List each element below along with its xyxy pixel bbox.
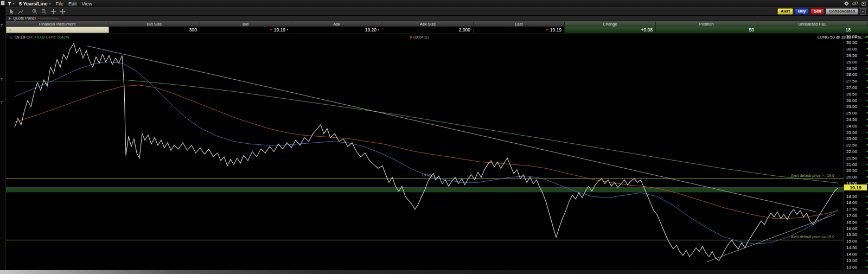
position-cell[interactable]: 50 [656, 27, 757, 33]
y-axis-label: 21.50 [844, 156, 868, 161]
y-axis-label: 24.50 [844, 117, 868, 122]
y-axis-label: 15.00 [844, 239, 868, 244]
link-group-icon[interactable] [852, 1, 858, 6]
y-axis-label: 29.50 [844, 53, 868, 58]
menu-file[interactable]: File [55, 1, 64, 7]
col-change[interactable]: Change [565, 22, 656, 27]
window-corner-icon[interactable] [1, 1, 5, 5]
price-annotation: 19.91 [422, 173, 432, 177]
timeframe-label: 5 Years/Line [19, 1, 47, 7]
series-ma-mid-orange [15, 85, 838, 219]
col-bid[interactable]: Bid [200, 22, 291, 27]
chart-clock: 09:04:01 [410, 35, 429, 40]
consolidated-dropdown-icon[interactable]: ▼ [860, 8, 866, 15]
time-marker-icon [410, 36, 412, 38]
y-axis-label: 18.00 [844, 200, 868, 205]
col-ask-size[interactable]: Ask Size [382, 22, 474, 27]
change-cell[interactable]: +0.08 [565, 27, 656, 33]
price-axis[interactable]: 31.0030.5030.0029.5029.0028.5028.0027.50… [844, 34, 868, 274]
y-axis-label: 15.50 [844, 232, 868, 237]
timeframe-dropdown[interactable]: 5 Years/Line ▼ [19, 1, 51, 7]
strip-tab-t2[interactable]: T [1, 78, 3, 81]
y-axis-label: 22.50 [844, 143, 868, 148]
bid-value: 19.19 [274, 27, 285, 33]
add-annotation-icon[interactable] [50, 8, 57, 15]
symbol-label: T [8, 1, 11, 7]
price-chart[interactable]: 31.0030.5030.0029.5029.0028.5028.0027.50… [6, 34, 868, 274]
menu-edit[interactable]: Edit [68, 1, 78, 7]
panel-divider [38, 18, 59, 18]
collapse-panel-icon[interactable] [9, 17, 11, 20]
instrument-cell[interactable]: T [6, 27, 109, 33]
ask-cell[interactable]: 19.20 [291, 27, 382, 33]
chart-canvas[interactable] [6, 34, 844, 274]
symbol-dropdown[interactable]: T ▼ [8, 1, 15, 7]
col-financial-instrument[interactable]: Financial Instrument [6, 22, 109, 27]
change-value-text: +0.08 [34, 35, 44, 40]
zoom-out-icon[interactable] [41, 8, 48, 15]
chevron-down-icon: ▼ [48, 2, 51, 5]
position-text: LONG 50 @ 18.827 [818, 35, 853, 40]
alert-line-label: Alert default price >= 19.6 [791, 174, 834, 177]
y-axis-label: 29.00 [844, 60, 868, 65]
y-axis-label: 25.00 [844, 111, 868, 116]
unrealized-pnl-cell[interactable]: 18 [757, 27, 868, 33]
last-price-badge: 19.19 [844, 184, 867, 190]
gear-icon[interactable] [844, 1, 849, 6]
y-axis-label: 22.00 [844, 149, 868, 154]
ask-size-cell[interactable]: 2,000 [382, 27, 474, 33]
last-price-text: 19.19 [15, 35, 25, 40]
col-bid-size[interactable]: Bid Size [109, 22, 200, 27]
quote-panel-header[interactable]: Quote Panel [6, 16, 868, 21]
pan-tool-icon[interactable] [59, 8, 66, 15]
ask-value: 19.20 [365, 27, 376, 33]
chart-title-bar: T ▼ 5 Years/Line ▼ File Edit View [6, 0, 868, 7]
quote-row-t: T 300 19.19 19.20 2,000 19.19 +0.08 50 1… [6, 27, 868, 34]
cursor-tool-icon[interactable] [8, 8, 15, 15]
col-unrealized-pnl[interactable]: Unrealized P&L [757, 22, 868, 27]
y-axis-label: 23.00 [844, 136, 868, 141]
bid-size-cell[interactable]: 300 [109, 27, 200, 33]
y-axis-label: 30.50 [844, 40, 868, 45]
series-ma-slow-green [15, 80, 838, 183]
y-axis-label: 14.50 [844, 245, 868, 250]
tws-chart-window: T T T T ▼ 5 Years/Line ▼ File Edit View [0, 0, 868, 274]
sell-button[interactable]: Sell [810, 8, 824, 15]
left-tab-strip[interactable]: T T T [0, 0, 6, 274]
strip-tab-t1[interactable]: T [1, 24, 3, 28]
y-axis-label: 26.00 [844, 98, 868, 103]
alert-button[interactable]: Alert [777, 8, 793, 15]
change-pct-value-text: 0.42% [58, 35, 69, 40]
y-axis-label: 21.00 [844, 162, 868, 167]
trendline-1[interactable] [87, 46, 816, 212]
pnl-value: 4 [865, 35, 867, 40]
toolbar-separator [28, 9, 28, 14]
consolidated-button[interactable]: Consolidated [826, 8, 858, 15]
alert-line-label: Alert default price <= 15.0 [791, 235, 834, 239]
y-axis-label: 13.50 [844, 258, 868, 263]
change-label: CH: [26, 35, 33, 40]
chart-type-icon[interactable] [17, 8, 24, 15]
y-axis-label: 30.00 [844, 47, 868, 52]
chart-toolbar: Alert Buy Sell Consolidated ▼ [6, 7, 868, 16]
last-cell[interactable]: 19.19 [474, 27, 565, 33]
y-axis-label: 18.50 [844, 194, 868, 199]
y-axis-label: 26.50 [844, 92, 868, 97]
menu-view[interactable]: View [81, 1, 92, 7]
bid-cell[interactable]: 19.19 [200, 27, 291, 33]
pin-icon[interactable] [861, 2, 866, 6]
last-value: 19.19 [550, 27, 561, 33]
time-text: 09:04:01 [413, 35, 429, 40]
y-axis-label: 17.50 [844, 207, 868, 212]
chart-legend: L: 19.19 CH: +0.08 CH%: 0.42% [10, 35, 69, 40]
buy-button[interactable]: Buy [795, 8, 809, 15]
col-position[interactable]: Position [656, 22, 757, 27]
col-last[interactable]: Last [474, 22, 565, 27]
strip-tab-t3[interactable]: T [1, 101, 3, 105]
y-axis-label: 24.00 [844, 124, 868, 129]
y-axis-label: 17.00 [844, 213, 868, 218]
y-axis-label: 28.50 [844, 66, 868, 71]
zoom-in-icon[interactable] [31, 8, 39, 15]
col-ask[interactable]: Ask [291, 22, 382, 27]
y-axis-label: 27.50 [844, 79, 868, 84]
